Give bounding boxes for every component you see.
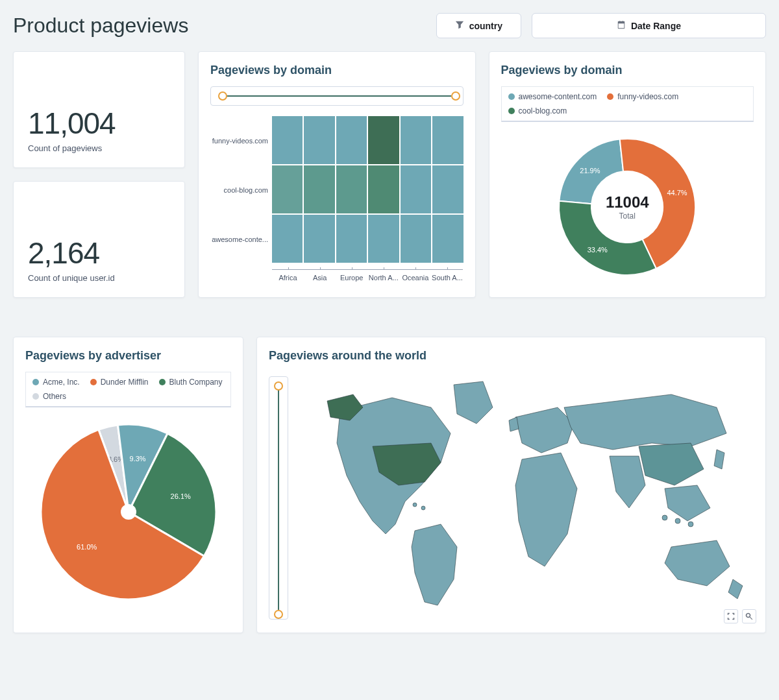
- map-range-slider[interactable]: [269, 376, 288, 620]
- donut-legend: awesome-content.comfunny-videos.comcool-…: [501, 86, 754, 122]
- heatmap-cell: [432, 116, 463, 164]
- svg-point-2: [675, 518, 680, 524]
- legend-label: cool-blog.com: [519, 106, 567, 115]
- heatmap-cell: [432, 165, 463, 213]
- pie-chart: 3.6%9.3%26.1%61.0%: [34, 418, 223, 606]
- heatmap-cell: [304, 116, 334, 164]
- legend-swatch: [607, 93, 613, 100]
- map-title: Pageviews around the world: [269, 349, 754, 363]
- heatmap-x-axis: AfricaAsiaEuropeNorth A...OceaniaSouth A…: [272, 269, 464, 282]
- legend-label: Acme, Inc.: [43, 378, 80, 387]
- heatmap-x-label: North A...: [367, 269, 399, 282]
- legend-label: Bluth Company: [169, 378, 223, 387]
- heatmap-cell: [368, 215, 399, 263]
- slice-label: 61.0%: [77, 543, 97, 551]
- heatmap-y-label: awesome-conte...: [210, 215, 268, 264]
- heatmap-cell: [336, 116, 367, 164]
- donut-center-value: 11004: [606, 193, 649, 211]
- legend-item[interactable]: cool-blog.com: [508, 106, 567, 115]
- legend-swatch: [159, 379, 166, 385]
- legend-item[interactable]: Dunder Mifflin: [90, 378, 149, 387]
- heatmap-cell: [401, 116, 431, 164]
- heatmap-x-label: South A...: [431, 269, 463, 282]
- slice-label: 21.9%: [580, 167, 600, 175]
- calendar-icon: [617, 20, 626, 31]
- donut-center: 11004 Total: [606, 193, 649, 221]
- slider-handle-bottom[interactable]: [274, 610, 283, 619]
- map-panel: Pageviews around the world: [256, 337, 766, 633]
- heatmap-cell: [336, 165, 367, 213]
- heatmap-cell: [401, 165, 431, 213]
- filter-icon: [455, 20, 464, 31]
- pie-legend: Acme, Inc.Dunder MifflinBluth CompanyOth…: [25, 372, 231, 407]
- legend-label: Dunder Mifflin: [101, 378, 149, 387]
- donut-panel: Pageviews by domain awesome-content.comf…: [489, 51, 767, 298]
- legend-item[interactable]: awesome-content.com: [508, 92, 597, 101]
- heatmap-range-slider[interactable]: [210, 86, 464, 106]
- heatmap-x-label: Asia: [304, 269, 336, 282]
- legend-swatch: [508, 93, 515, 100]
- country-filter-label: country: [469, 21, 502, 31]
- pageviews-value: 11,004: [28, 106, 170, 141]
- heatmap-cell: [304, 215, 334, 263]
- heatmap-cell: [304, 165, 334, 213]
- heatmap-x-label: Africa: [272, 269, 304, 282]
- heatmap-panel: Pageviews by domain funny-videos.comcool…: [198, 51, 476, 298]
- map-zoom-button[interactable]: [742, 609, 756, 623]
- legend-item[interactable]: Others: [32, 392, 66, 401]
- slice-label: 26.1%: [170, 492, 190, 500]
- expand-icon: [727, 612, 735, 620]
- unique-users-value: 2,164: [28, 235, 170, 271]
- heatmap-cell: [432, 215, 463, 263]
- date-range-label: Date Range: [631, 21, 681, 31]
- heatmap-cell: [272, 116, 303, 164]
- slice-label: 44.7%: [667, 189, 687, 197]
- zoom-icon: [745, 612, 753, 620]
- heatmap-cell: [336, 215, 367, 263]
- page-title: Product pageviews: [13, 14, 426, 38]
- legend-swatch: [32, 379, 39, 385]
- heatmap-cell: [401, 215, 431, 263]
- map-fit-button[interactable]: [724, 609, 738, 623]
- svg-point-5: [421, 506, 425, 510]
- slider-handle-left[interactable]: [218, 91, 227, 101]
- heatmap-x-label: Europe: [336, 269, 367, 282]
- legend-swatch: [32, 393, 39, 400]
- legend-label: Others: [43, 392, 66, 401]
- svg-point-3: [688, 522, 693, 527]
- pie-title: Pageviews by advertiser: [25, 349, 231, 363]
- legend-swatch: [90, 379, 97, 385]
- unique-users-metric-card: 2,164 Count of unique user.id: [13, 181, 185, 298]
- legend-label: funny-videos.com: [617, 92, 678, 101]
- slice-label: 33.4%: [587, 246, 608, 254]
- heatmap-cell: [368, 165, 399, 213]
- legend-item[interactable]: Acme, Inc.: [32, 378, 80, 387]
- slider-handle-right[interactable]: [451, 91, 460, 101]
- pageviews-metric-card: 11,004 Count of pageviews: [13, 51, 185, 168]
- heatmap-cell: [272, 165, 303, 213]
- heatmap-title: Pageviews by domain: [210, 64, 464, 77]
- heatmap-y-label: funny-videos.com: [210, 116, 268, 165]
- legend-swatch: [508, 108, 515, 114]
- legend-item[interactable]: funny-videos.com: [607, 92, 678, 101]
- svg-point-4: [413, 503, 417, 507]
- heatmap-x-label: Oceania: [399, 269, 431, 282]
- legend-item[interactable]: Bluth Company: [159, 378, 223, 387]
- legend-label: awesome-content.com: [519, 92, 597, 101]
- pageviews-label: Count of pageviews: [28, 143, 170, 153]
- header: Product pageviews country Date Range: [13, 13, 766, 38]
- heatmap-cell: [368, 116, 399, 164]
- country-filter-button[interactable]: country: [436, 13, 521, 38]
- map-region-china: [639, 443, 704, 485]
- world-map[interactable]: [301, 372, 749, 618]
- heatmap-y-axis: funny-videos.comcool-blog.comawesome-con…: [210, 116, 272, 264]
- donut-center-label: Total: [606, 211, 649, 221]
- heatmap-cell: [272, 215, 303, 263]
- unique-users-label: Count of unique user.id: [28, 273, 170, 283]
- slice-label: 9.3%: [129, 454, 145, 462]
- heatmap-y-label: cool-blog.com: [210, 165, 268, 215]
- svg-point-0: [121, 504, 136, 520]
- date-range-button[interactable]: Date Range: [532, 13, 766, 38]
- donut-title: Pageviews by domain: [501, 64, 754, 77]
- slider-handle-top[interactable]: [274, 381, 283, 391]
